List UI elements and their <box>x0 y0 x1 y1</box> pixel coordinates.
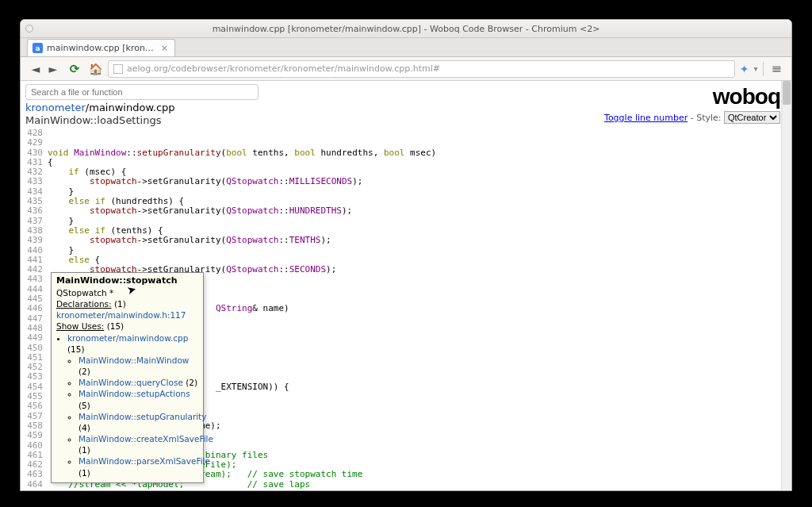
line-number[interactable]: 463 <box>21 470 48 479</box>
code-line: 431{ <box>21 158 791 167</box>
dropdown-icon[interactable]: ▾ <box>754 64 758 73</box>
line-number[interactable]: 440 <box>21 246 48 255</box>
tabstrip: a mainwindow.cpp [kron… × <box>21 38 791 57</box>
tab-title: mainwindow.cpp [kron… <box>47 43 154 53</box>
bookmark-icon[interactable]: ✦ <box>740 63 749 75</box>
search-input[interactable] <box>25 84 259 100</box>
line-number[interactable]: 456 <box>21 401 48 411</box>
file-icon <box>113 64 123 74</box>
tooltip-use-link[interactable]: MainWindow::setupActions <box>79 389 190 398</box>
url-bar[interactable]: aelog.org/codebrowser/kronometer/kronome… <box>108 60 735 78</box>
line-number[interactable]: 449 <box>21 333 48 343</box>
back-button[interactable]: ◄ <box>27 60 44 78</box>
scrollbar[interactable] <box>781 81 791 490</box>
scroll-thumb[interactable] <box>783 81 791 105</box>
tooltip-decl-link[interactable]: kronometer/mainwindow.h:117 <box>56 309 198 321</box>
code-line: 428 <box>21 129 791 138</box>
tab-close-icon[interactable]: × <box>161 43 168 53</box>
titlebar: mainwindow.cpp [kronometer/mainwindow.cp… <box>21 20 791 38</box>
line-number[interactable]: 429 <box>21 138 48 148</box>
line-number[interactable]: 450 <box>21 344 48 353</box>
window-title: mainwindow.cpp [kronometer/mainwindow.cp… <box>213 24 600 34</box>
code-line: 440 } <box>21 246 791 255</box>
code-line: 433 stopwatch->setGranularity(QStopwatch… <box>21 177 791 186</box>
tooltip-use-link[interactable]: MainWindow::createXmlSaveFile <box>79 434 213 444</box>
tooltip-file-link[interactable]: kronometer/mainwindow.cpp <box>67 333 188 343</box>
navbar: ◄ ► ⟳ 🏠 aelog.org/codebrowser/kronometer… <box>21 57 791 81</box>
breadcrumb: kronometer/mainwindow.cpp <box>25 102 259 113</box>
line-number[interactable]: 453 <box>21 372 48 382</box>
code-text[interactable]: stopwatch->setGranularity(QStopwatch::TE… <box>48 236 331 245</box>
favicon: a <box>33 43 43 53</box>
tooltip-use-link[interactable]: MainWindow::MainWindow <box>79 355 189 365</box>
code-line: 439 stopwatch->setGranularity(QStopwatch… <box>21 236 791 245</box>
menu-icon[interactable]: ≡ <box>768 61 785 76</box>
project-link[interactable]: kronometer <box>25 102 86 113</box>
code-text[interactable]: stopwatch->setGranularity(QStopwatch::MI… <box>48 177 362 186</box>
window-close-button[interactable] <box>25 25 33 33</box>
toggle-line-number[interactable]: Toggle line number <box>604 113 688 123</box>
header: kronometer/mainwindow.cpp MainWindow::lo… <box>21 81 791 128</box>
tooltip-use-link[interactable]: MainWindow::setupGranularity <box>79 412 206 421</box>
code-text[interactable]: stopwatch->setGranularity(QStopwatch::HU… <box>48 206 352 216</box>
style-row: Toggle line number - Style: QtCreator <box>604 111 787 124</box>
tooltip-use-link[interactable]: MainWindow::queryClose <box>79 378 183 387</box>
line-number[interactable]: 439 <box>21 236 48 245</box>
code-line: 430void MainWindow::setupGranularity(boo… <box>21 148 791 158</box>
scope-label: MainWindow::loadSettings <box>25 114 259 126</box>
browser-tab[interactable]: a mainwindow.cpp [kron… × <box>27 39 175 56</box>
code-line: 436 stopwatch->setGranularity(QStopwatch… <box>21 206 791 216</box>
symbol-tooltip: MainWindow::stopwatch QStopwatch * Decla… <box>51 272 204 483</box>
url-text: aelog.org/codebrowser/kronometer/kronome… <box>127 63 440 74</box>
line-number[interactable]: 433 <box>21 177 48 186</box>
line-number[interactable]: 459 <box>21 431 48 440</box>
tooltip-use-link[interactable]: MainWindow::parseXmlSaveFile <box>79 456 210 466</box>
logo: woboq <box>604 84 787 109</box>
line-number[interactable]: 464 <box>21 480 48 490</box>
forward-button[interactable]: ► <box>44 60 62 78</box>
line-number[interactable]: 443 <box>21 275 48 284</box>
reload-button[interactable]: ⟳ <box>67 61 82 77</box>
style-select[interactable]: QtCreator <box>724 111 780 124</box>
home-button[interactable]: 🏠 <box>87 61 103 77</box>
line-number[interactable]: 436 <box>21 206 48 216</box>
line-number[interactable]: 446 <box>21 304 48 313</box>
line-number[interactable]: 460 <box>21 441 48 451</box>
code-text[interactable]: void MainWindow::setupGranularity(bool t… <box>48 148 436 158</box>
